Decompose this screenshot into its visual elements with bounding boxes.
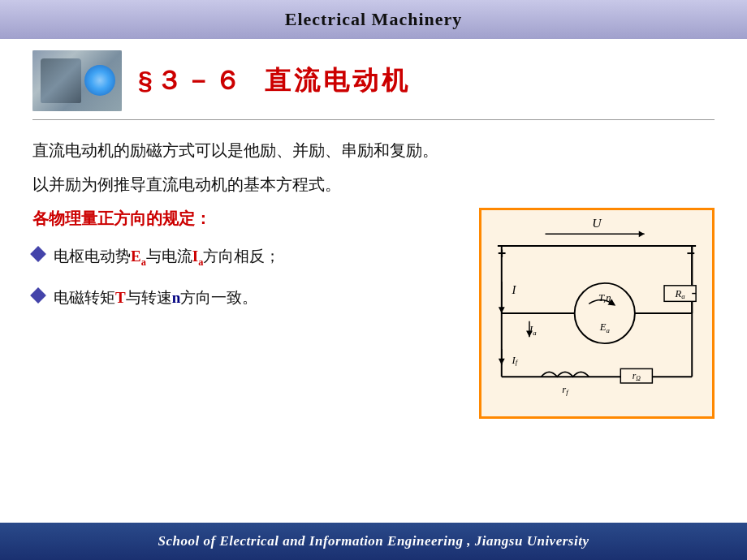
svg-text:If: If <box>511 355 518 367</box>
content-area: §３－６ 直流电动机 直流电动机的励磁方式可以是他励、并励、串励和复励。 以并励… <box>0 39 747 419</box>
bullet-list: 电枢电动势Ea与电流Ia方向相反； 电磁转矩T与转速n方向一致。 <box>32 244 463 310</box>
n-symbol: n <box>172 289 181 306</box>
section-header: §３－６ 直流电动机 <box>32 39 715 120</box>
header-title: Electrical Machinery <box>285 9 463 30</box>
ea-symbol: Ea <box>131 248 146 265</box>
bullet-item-1: 电枢电动势Ea与电流Ia方向相反； <box>32 244 463 271</box>
svg-text:U: U <box>592 216 602 230</box>
intro-line2: 以并励为例推导直流电动机的基本方程式。 <box>32 169 715 200</box>
bullet-text-1: 电枢电动势Ea与电流Ia方向相反； <box>54 244 463 271</box>
intro-line1: 直流电动机的励磁方式可以是他励、并励、串励和复励。 <box>32 135 715 166</box>
section-title: §３－６ 直流电动机 <box>138 63 411 99</box>
header: Electrical Machinery <box>0 0 747 39</box>
bullet-diamond-2 <box>30 287 46 304</box>
main-layout: 各物理量正方向的规定： 电枢电动势Ea与电流Ia方向相反； 电磁转矩T与转速n方… <box>32 208 715 419</box>
svg-marker-11 <box>499 307 505 313</box>
circuit-diagram: U + − I <box>479 208 715 419</box>
left-content: 各物理量正方向的规定： 电枢电动势Ea与电流Ia方向相反； 电磁转矩T与转速n方… <box>32 208 479 325</box>
svg-text:T,n: T,n <box>598 292 611 304</box>
svg-text:rf: rf <box>562 384 569 396</box>
ia-symbol: Ia <box>192 248 204 265</box>
bullet-text-2: 电磁转矩T与转速n方向一致。 <box>54 286 463 310</box>
bullet-item-2: 电磁转矩T与转速n方向一致。 <box>32 286 463 310</box>
footer: School of Electrical and Information Eng… <box>0 523 747 560</box>
circuit-svg: U + − I <box>481 210 712 416</box>
T-symbol: T <box>115 289 126 306</box>
motor-image <box>32 50 122 111</box>
footer-text: School of Electrical and Information Eng… <box>158 533 589 549</box>
svg-marker-27 <box>499 359 505 365</box>
svg-text:−: − <box>686 245 694 261</box>
bullet-diamond-1 <box>30 246 46 262</box>
svg-text:I: I <box>511 283 516 296</box>
svg-marker-2 <box>639 230 645 237</box>
sub-heading: 各物理量正方向的规定： <box>32 208 463 230</box>
